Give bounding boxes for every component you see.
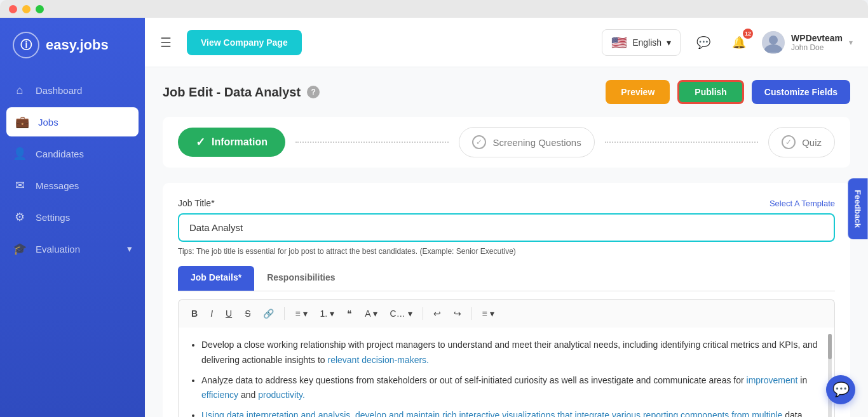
editor-content[interactable]: Develop a close working relationship wit… xyxy=(178,328,835,417)
form-tabs: Job Details* Responsibilities xyxy=(178,266,835,291)
sidebar-label-evaluation: Evaluation xyxy=(36,244,80,255)
user-text: WPDevteam John Doe xyxy=(791,33,843,52)
sidebar-nav: ⌂ Dashboard 💼 Jobs 👤 Candidates ✉ Messag… xyxy=(0,70,145,417)
page-actions: Preview Publish Customize Fields xyxy=(606,80,850,104)
tab-job-details[interactable]: Job Details* xyxy=(178,266,254,291)
user-info[interactable]: WPDevteam John Doe ▾ xyxy=(762,31,853,54)
undo-button[interactable]: ↩ xyxy=(428,306,446,321)
candidates-icon: 👤 xyxy=(13,147,27,161)
window-chrome xyxy=(0,0,868,18)
user-role: John Doe xyxy=(791,43,843,52)
jobs-icon: 💼 xyxy=(15,115,29,129)
hamburger-icon[interactable]: ☰ xyxy=(160,35,172,50)
maximize-button[interactable] xyxy=(36,5,44,13)
close-button[interactable] xyxy=(9,5,17,13)
ordered-list-button[interactable]: 1. ▾ xyxy=(315,306,340,321)
italic-button[interactable]: I xyxy=(205,306,218,321)
sidebar: ⓘ easy.jobs ⌂ Dashboard 💼 Jobs 👤 Candida… xyxy=(0,18,145,417)
chat-icon-button[interactable]: 💬 xyxy=(691,30,716,55)
feedback-button[interactable]: Feedback xyxy=(848,178,868,239)
editor-list: Develop a close working relationship wit… xyxy=(189,338,824,417)
help-icon[interactable]: ? xyxy=(307,86,320,98)
job-title-label: Job Title* xyxy=(178,198,215,208)
sidebar-label-candidates: Candidates xyxy=(36,149,84,159)
user-name: WPDevteam xyxy=(791,33,843,43)
list-item: Analyze data to address key questions fr… xyxy=(201,373,824,404)
messages-icon: ✉ xyxy=(13,178,27,192)
font-color-button[interactable]: A ▾ xyxy=(360,306,382,321)
flag-icon: 🇺🇸 xyxy=(611,35,627,50)
notification-badge: 12 xyxy=(743,29,753,39)
sidebar-label-jobs: Jobs xyxy=(38,117,58,128)
notification-button[interactable]: 🔔 12 xyxy=(726,30,752,55)
language-label: English xyxy=(632,37,661,48)
sidebar-item-jobs[interactable]: 💼 Jobs xyxy=(6,107,139,136)
page-area: Job Edit - Data Analyst ? Preview Publis… xyxy=(145,67,868,417)
form-tip: Tips: The job title is essential for job… xyxy=(178,247,835,256)
unordered-list-button[interactable]: ≡ ▾ xyxy=(290,306,312,321)
customize-fields-button[interactable]: Customize Fields xyxy=(752,80,850,104)
chevron-down-icon: ▾ xyxy=(127,243,132,255)
publish-button[interactable]: Publish xyxy=(677,80,744,104)
editor-toolbar: B I U S 🔗 ≡ ▾ 1. ▾ ❝ A ▾ C… ▾ ↩ ↪ ≡ ▾ xyxy=(178,299,835,328)
step-screening[interactable]: ✓ Screening Questions xyxy=(459,127,594,157)
sidebar-label-dashboard: Dashboard xyxy=(36,85,82,96)
minimize-button[interactable] xyxy=(22,5,31,13)
toolbar-sep-2 xyxy=(423,307,423,320)
step-dots-1 xyxy=(285,142,459,143)
chat-bubble-icon: 💬 xyxy=(696,36,710,50)
step-screening-inactive: ✓ Screening Questions xyxy=(459,127,594,157)
step-screening-label: Screening Questions xyxy=(492,137,581,148)
sidebar-item-messages[interactable]: ✉ Messages xyxy=(0,169,145,201)
avatar xyxy=(762,31,785,54)
preview-button[interactable]: Preview xyxy=(606,80,670,104)
check-icon: ✓ xyxy=(196,135,205,149)
align-button[interactable]: ≡ ▾ xyxy=(477,306,499,321)
step-dots-2 xyxy=(595,142,768,143)
scrollbar-thumb xyxy=(828,334,832,359)
step-quiz-label: Quiz xyxy=(802,137,822,148)
tab-responsibilities[interactable]: Responsibilities xyxy=(254,266,348,291)
evaluation-icon: 🎓 xyxy=(13,242,27,256)
toolbar-sep-1 xyxy=(284,307,285,320)
view-company-button[interactable]: View Company Page xyxy=(187,30,302,55)
editor-scrollbar[interactable] xyxy=(828,334,832,417)
chat-fab-button[interactable]: 💬 xyxy=(826,375,855,404)
blockquote-button[interactable]: ❝ xyxy=(342,306,357,321)
strikethrough-button[interactable]: S xyxy=(240,306,255,321)
sidebar-item-dashboard[interactable]: ⌂ Dashboard xyxy=(0,75,145,106)
sidebar-label-settings: Settings xyxy=(36,212,70,223)
logo-text: easy.jobs xyxy=(46,37,109,53)
lang-chevron-icon: ▾ xyxy=(667,37,671,48)
svg-point-1 xyxy=(769,36,778,44)
highlight-button[interactable]: C… ▾ xyxy=(385,306,417,321)
language-selector[interactable]: 🇺🇸 English ▾ xyxy=(602,29,681,56)
tips-label: Tips: xyxy=(178,247,194,256)
step-screening-circle: ✓ xyxy=(472,135,486,149)
user-chevron-icon: ▾ xyxy=(849,38,853,47)
toolbar-sep-3 xyxy=(471,307,472,320)
list-item: Develop a close working relationship wit… xyxy=(201,338,824,368)
form-card: Job Title* Select A Template Tips: The j… xyxy=(163,183,850,417)
step-quiz[interactable]: ✓ Quiz xyxy=(768,127,835,157)
logo-icon: ⓘ xyxy=(13,32,39,58)
select-template-link[interactable]: Select A Template xyxy=(770,199,835,208)
tips-text: The job title is essential for job post … xyxy=(196,247,516,256)
step-information-label: Information xyxy=(212,136,268,148)
job-title-input[interactable] xyxy=(178,213,835,242)
page-header: Job Edit - Data Analyst ? Preview Publis… xyxy=(163,80,850,104)
underline-button[interactable]: U xyxy=(220,306,237,321)
step-quiz-circle: ✓ xyxy=(782,135,796,149)
step-information[interactable]: ✓ Information xyxy=(178,128,285,157)
bold-button[interactable]: B xyxy=(186,306,203,321)
step-information-active: ✓ Information xyxy=(178,128,285,157)
list-item: Using data interpretation and analysis, … xyxy=(201,408,824,417)
main-content: ☰ View Company Page 🇺🇸 English ▾ 💬 🔔 12 xyxy=(145,18,868,417)
sidebar-item-evaluation[interactable]: 🎓 Evaluation ▾ xyxy=(0,233,145,265)
sidebar-label-messages: Messages xyxy=(36,180,79,191)
redo-button[interactable]: ↪ xyxy=(449,306,466,321)
sidebar-item-candidates[interactable]: 👤 Candidates xyxy=(0,138,145,169)
logo[interactable]: ⓘ easy.jobs xyxy=(0,18,145,70)
link-button[interactable]: 🔗 xyxy=(258,306,279,321)
sidebar-item-settings[interactable]: ⚙ Settings xyxy=(0,201,145,233)
